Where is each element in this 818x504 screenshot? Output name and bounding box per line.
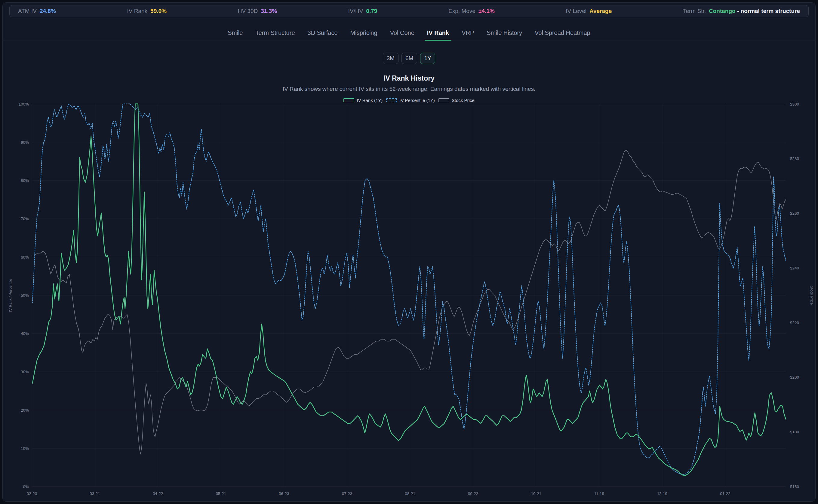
main-panel: ATM IV24.8%IV Rank59.0%HV 30D31.3%IV/HV0…	[2, 2, 816, 502]
y-left-tick: 60%	[21, 255, 29, 260]
x-tick: 02-20	[27, 491, 37, 496]
series-line-iv-percentile-1y	[32, 104, 786, 475]
y-right-tick: $200	[790, 375, 799, 380]
x-tick: 05-21	[216, 491, 226, 496]
x-tick: 08-21	[405, 491, 415, 496]
y-left-tick: 100%	[18, 102, 29, 106]
series-line-iv-rank-1y	[32, 104, 786, 476]
series-line-stock-price	[32, 150, 786, 454]
y-left-tick: 80%	[21, 178, 29, 183]
y-left-tick: 10%	[21, 446, 29, 451]
iv-rank-history-chart: 0%10%20%30%40%50%60%70%80%90%100%$160$18…	[3, 3, 815, 501]
x-tick: 07-23	[342, 491, 352, 496]
x-tick: 04-22	[153, 491, 163, 496]
x-tick: 01-22	[720, 491, 730, 496]
x-tick: 10-21	[531, 491, 541, 496]
x-tick: 12-19	[657, 491, 667, 496]
y-right-axis-title: Stock Price	[810, 286, 814, 305]
x-tick: 09-22	[468, 491, 478, 496]
app-window: ATM IV24.8%IV Rank59.0%HV 30D31.3%IV/HV0…	[0, 0, 818, 504]
y-right-tick: $300	[790, 102, 799, 106]
y-left-axis-title: IV Rank / Percentile	[8, 279, 13, 312]
y-right-tick: $160	[790, 484, 799, 489]
y-left-tick: 50%	[21, 293, 29, 298]
x-tick: 06-23	[279, 491, 289, 496]
y-left-tick: 20%	[21, 408, 29, 413]
y-right-tick: $220	[790, 321, 799, 325]
y-right-tick: $240	[790, 266, 799, 270]
y-left-tick: 40%	[21, 331, 29, 336]
y-left-tick: 90%	[21, 140, 29, 145]
y-right-tick: $280	[790, 156, 799, 161]
y-left-tick: 30%	[21, 370, 29, 374]
y-right-tick: $260	[790, 211, 799, 216]
x-tick: 11-19	[594, 491, 604, 496]
y-left-tick: 70%	[21, 217, 29, 221]
y-left-tick: 0%	[23, 484, 29, 489]
x-tick: 03-21	[90, 491, 100, 496]
y-right-tick: $180	[790, 430, 799, 434]
